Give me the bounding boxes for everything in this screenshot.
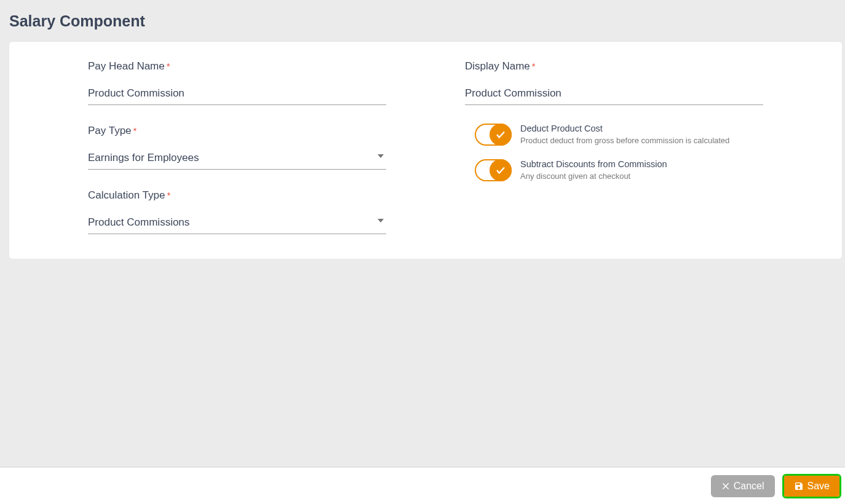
page-title: Salary Component [0,0,845,41]
page-background: Salary Component Pay Head Name* Pay Type… [0,0,845,467]
cancel-label: Cancel [734,481,764,492]
label-text: Pay Head Name [88,60,165,72]
toggle-title: Deduct Product Cost [520,124,729,133]
required-asterisk: * [532,61,536,71]
field-pay-head-name: Pay Head Name* [88,60,386,105]
pay-type-value[interactable] [88,151,386,170]
save-highlight: Save [782,474,841,498]
field-display-name: Display Name* [465,60,763,105]
pay-type-label: Pay Type* [88,125,386,137]
pay-type-select[interactable] [88,151,386,170]
footer-bar: Cancel Save [0,467,845,504]
check-icon [495,165,506,176]
save-label: Save [807,481,830,492]
label-text: Display Name [465,60,530,72]
calc-type-value[interactable] [88,215,386,234]
cancel-button[interactable]: Cancel [711,475,775,497]
required-asterisk: * [167,61,170,71]
toggle-desc: Any discount given at checkout [520,171,667,181]
label-text: Pay Type [88,125,132,136]
pay-head-name-label: Pay Head Name* [88,60,386,73]
toggle-knob [490,124,512,146]
form-column-right: Display Name* Deduct Product Cost Produc… [465,60,823,234]
required-asterisk: * [133,125,137,136]
check-icon [495,129,506,140]
toggle-knob [490,159,512,181]
save-icon [794,481,804,491]
toggle-deduct-cost[interactable] [475,124,512,146]
toggle-desc: Product deduct from gross before commiss… [520,136,729,145]
toggle-title: Subtract Discounts from Commission [520,159,667,169]
calc-type-select[interactable] [88,215,386,234]
required-asterisk: * [167,190,170,200]
toggle-text: Deduct Product Cost Product deduct from … [520,124,729,145]
toggle-subtract-discounts[interactable] [475,159,512,181]
label-text: Calculation Type [88,189,165,201]
display-name-input[interactable] [465,86,763,105]
pay-head-name-input[interactable] [88,86,386,105]
calc-type-label: Calculation Type* [88,189,386,202]
toggle-deduct-cost-row: Deduct Product Cost Product deduct from … [475,124,763,146]
toggle-text: Subtract Discounts from Commission Any d… [520,159,667,181]
close-icon [721,482,730,490]
display-name-label: Display Name* [465,60,763,73]
form-column-left: Pay Head Name* Pay Type* Calculation Typ… [28,60,446,234]
field-pay-type: Pay Type* [88,125,386,170]
toggle-group: Deduct Product Cost Product deduct from … [465,124,763,181]
field-calc-type: Calculation Type* [88,189,386,234]
form-card: Pay Head Name* Pay Type* Calculation Typ… [9,41,843,259]
toggle-subtract-disc-row: Subtract Discounts from Commission Any d… [475,159,763,181]
save-button[interactable]: Save [784,476,839,497]
